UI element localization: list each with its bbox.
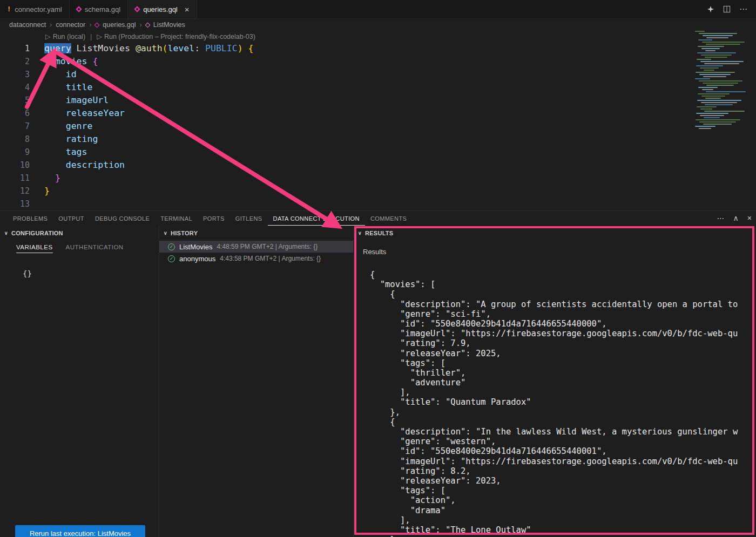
minimap-line — [696, 119, 740, 120]
minimap-line — [705, 98, 721, 99]
panel-tab-output[interactable]: OUTPUT — [53, 212, 90, 226]
json-line: "title": "Quantum Paradox" — [370, 397, 755, 407]
panel-tab-problems[interactable]: PROBLEMS — [8, 212, 53, 226]
tab-label: queries.gql — [143, 5, 178, 13]
tab-schema-gql[interactable]: schema.gql — [70, 0, 128, 18]
json-line: "title": "The Lone Outlaw" — [370, 525, 755, 535]
code-content[interactable]: query ListMovies @auth(level: PUBLIC) { … — [44, 42, 253, 210]
copilot-sparkle-icon[interactable] — [707, 5, 714, 13]
minimap-line — [695, 126, 716, 127]
panel-tab-data-connect-execution[interactable]: DATA CONNECT EXECUTION — [268, 212, 365, 226]
graphql-file-icon — [76, 6, 82, 12]
breadcrumb-listmovies[interactable]: ListMovies — [153, 21, 185, 29]
success-check-icon: ✓ — [168, 255, 175, 262]
tab-queries-gql[interactable]: queries.gql × — [128, 0, 197, 18]
close-tab-icon[interactable]: × — [185, 5, 190, 13]
code-line: imageUrl — [44, 94, 253, 107]
line-number: 1 — [0, 42, 30, 55]
panel-tab-ports[interactable]: PORTS — [198, 212, 230, 226]
more-actions-icon[interactable]: ⋯ — [739, 4, 747, 14]
minimap-line — [701, 102, 737, 103]
panel-actions: ⋯ ∧ × — [717, 211, 752, 225]
chevron-right-icon: › — [50, 21, 52, 29]
minimap-line — [700, 67, 719, 69]
configuration-header[interactable]: ∨ CONFIGURATION — [0, 227, 159, 239]
split-editor-icon[interactable] — [723, 5, 731, 13]
variables-value[interactable]: {} — [23, 269, 159, 278]
breadcrumb-dataconnect[interactable]: dataconnect — [9, 21, 46, 29]
minimap-line — [702, 42, 745, 43]
results-json[interactable]: { "movies": [ { "description": "A group … — [370, 270, 755, 537]
json-line: "id": "550e8400e29b41d4a716446655440001"… — [370, 446, 755, 456]
chevron-down-icon: ∨ — [164, 230, 167, 236]
history-item-name: ListMovies — [179, 243, 212, 251]
panel-tab-debug-console[interactable]: DEBUG CONSOLE — [90, 212, 155, 226]
tab-authentication[interactable]: AUTHENTICATION — [66, 244, 124, 253]
panel-tab-comments[interactable]: COMMENTS — [365, 212, 412, 226]
panel-tab-terminal[interactable]: TERMINAL — [155, 212, 198, 226]
breadcrumb: dataconnect › connector › queries.gql › … — [0, 19, 756, 31]
history-column: ∨ HISTORY ✓ ListMovies 4:48:59 PM GMT+2 … — [159, 226, 354, 537]
json-line: ], — [370, 388, 755, 397]
minimap-line — [699, 33, 737, 34]
rerun-last-execution-button[interactable]: Rerun last execution: ListMovies — [15, 525, 145, 537]
minimap-line — [704, 63, 739, 64]
graphql-file-icon — [94, 22, 100, 28]
json-line: "action", — [370, 495, 755, 505]
line-number: 9 — [0, 146, 30, 159]
codelens-separator: | — [90, 33, 92, 40]
maximize-panel-icon[interactable]: ∧ — [733, 214, 739, 222]
json-line: { — [370, 270, 755, 280]
panel-tab-gitlens[interactable]: GITLENS — [230, 212, 268, 226]
minimap-line — [702, 89, 713, 90]
codelens: ▷ Run (local) | ▷ Run (Production – Proj… — [45, 32, 255, 40]
configuration-column: ∨ CONFIGURATION VARIABLES AUTHENTICATION… — [0, 226, 159, 537]
minimap-line — [705, 50, 716, 51]
breadcrumb-connector[interactable]: connector — [56, 21, 85, 29]
tab-label: schema.gql — [85, 5, 120, 13]
history-header[interactable]: ∨ HISTORY — [159, 227, 353, 239]
tab-variables[interactable]: VARIABLES — [16, 244, 53, 253]
minimap-line — [704, 117, 720, 118]
line-number: 5 — [0, 94, 30, 107]
code-line — [44, 198, 253, 210]
results-header[interactable]: ∨ RESULTS — [354, 227, 756, 239]
breadcrumb-queries-gql[interactable]: queries.gql — [103, 21, 136, 29]
json-line: "tags": [ — [370, 358, 755, 368]
chevron-down-icon: ∨ — [4, 230, 8, 236]
minimap-line — [701, 55, 732, 56]
code-line: movies { — [44, 55, 253, 68]
line-number: 6 — [0, 107, 30, 120]
minimap-line — [706, 91, 746, 92]
minimap-line — [703, 83, 738, 84]
line-number: 13 — [0, 198, 30, 210]
minimap-line — [699, 121, 736, 123]
close-panel-icon[interactable]: × — [747, 214, 752, 222]
code-line: query ListMovies @auth(level: PUBLIC) { — [44, 42, 253, 55]
json-line: "rating": 8.2, — [370, 466, 755, 476]
tab-connector-yaml[interactable]: ! connector.yaml — [0, 0, 70, 18]
results-column: ∨ RESULTS Results { "movies": [ { "descr… — [354, 226, 756, 537]
run-production-link[interactable]: ▷ Run (Production – Project: friendly-fl… — [97, 32, 255, 40]
run-local-link[interactable]: ▷ Run (local) — [45, 32, 85, 40]
code-editor[interactable]: ▷ Run (local) | ▷ Run (Production – Proj… — [0, 31, 756, 210]
history-item-anonymous[interactable]: ✓ anonymous 4:43:58 PM GMT+2 | Arguments… — [159, 253, 353, 264]
json-line: "rating": 7.9, — [370, 338, 755, 348]
minimap-line — [706, 44, 740, 45]
minimap[interactable] — [693, 31, 756, 132]
minimap-line — [706, 85, 734, 86]
editor-tab-bar: ! connector.yaml schema.gql queries.gql … — [0, 0, 756, 19]
history-item-name: anonymous — [179, 255, 215, 263]
tab-label: connector.yaml — [15, 5, 62, 13]
minimap-line — [701, 96, 725, 97]
history-item-listmovies[interactable]: ✓ ListMovies 4:48:59 PM GMT+2 | Argument… — [159, 241, 353, 253]
code-line: rating — [44, 133, 253, 146]
line-number: 8 — [0, 133, 30, 146]
minimap-line — [697, 52, 736, 53]
minimap-line — [699, 80, 742, 81]
minimap-line — [705, 57, 727, 58]
code-line: description — [44, 159, 253, 172]
minimap-line — [697, 59, 711, 60]
code-line: genre — [44, 120, 253, 133]
more-actions-icon[interactable]: ⋯ — [717, 214, 725, 222]
